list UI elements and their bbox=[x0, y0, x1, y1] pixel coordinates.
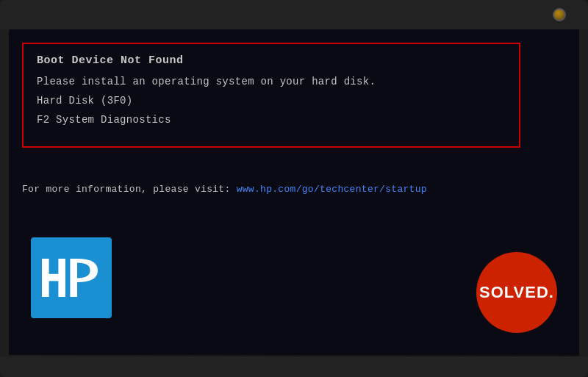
error-title: Boot Device Not Found bbox=[37, 54, 506, 67]
laptop-frame: Boot Device Not Found Please install an … bbox=[0, 0, 588, 377]
hp-logo-container bbox=[31, 237, 112, 318]
error-line-1: Please install an operating system on yo… bbox=[37, 76, 506, 87]
solved-text: SOLVED. bbox=[479, 284, 554, 301]
camera-dot bbox=[553, 8, 566, 21]
error-box: Boot Device Not Found Please install an … bbox=[22, 43, 520, 148]
solved-badge: SOLVED. bbox=[476, 252, 557, 333]
info-link: www.hp.com/go/techcenter/startup bbox=[237, 184, 427, 195]
top-bezel bbox=[0, 0, 588, 29]
info-prefix: For more information, please visit: bbox=[22, 184, 231, 195]
error-line-3: F2 System Diagnostics bbox=[37, 114, 506, 126]
error-line-2: Hard Disk (3F0) bbox=[37, 95, 506, 107]
hp-logo-icon bbox=[42, 256, 101, 300]
svg-rect-3 bbox=[70, 259, 77, 297]
screen: Boot Device Not Found Please install an … bbox=[9, 29, 579, 355]
svg-rect-2 bbox=[58, 259, 65, 297]
info-line: For more information, please visit: www.… bbox=[22, 184, 427, 195]
bottom-bezel bbox=[0, 356, 588, 377]
left-bezel bbox=[0, 29, 9, 356]
right-bezel bbox=[579, 29, 588, 356]
